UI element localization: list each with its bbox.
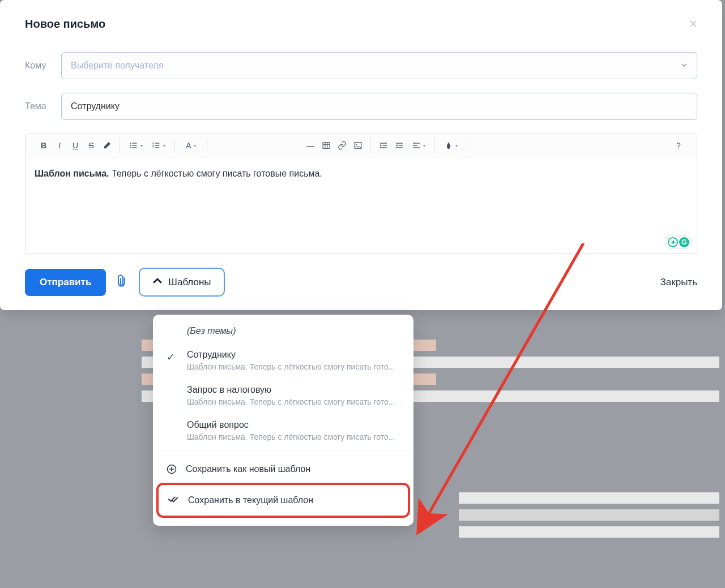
svg-rect-20 [380, 147, 387, 148]
template-subtitle: Шаблон письма. Теперь с лёгкостью смогу … [187, 362, 401, 371]
svg-rect-11 [155, 147, 159, 148]
editor-text-bold: Шаблон письма. [35, 169, 109, 178]
modal-title: Новое письмо [25, 18, 105, 31]
compose-modal: Новое письмо × Кому Тема B I U S [0, 0, 722, 310]
svg-rect-21 [396, 143, 403, 143]
grammarly-add-icon: ✦ [668, 237, 678, 247]
image-icon[interactable] [350, 138, 366, 153]
templates-label: Шаблоны [168, 277, 211, 288]
svg-rect-23 [396, 147, 403, 148]
chevron-down-icon [681, 62, 688, 70]
subject-input[interactable] [71, 101, 688, 111]
svg-text:3: 3 [152, 146, 154, 149]
template-item-zapros[interactable]: Запрос в налоговую Шаблон письма. Теперь… [153, 378, 413, 413]
svg-point-0 [130, 143, 131, 144]
svg-rect-18 [380, 143, 387, 143]
chevron-up-icon [152, 276, 163, 289]
template-subtitle: Шаблон письма. Теперь с лёгкостью смогу … [187, 397, 401, 406]
check-icon: ✓ [167, 351, 175, 363]
help-icon[interactable]: ? [671, 138, 686, 153]
svg-point-4 [130, 147, 131, 148]
svg-rect-7 [155, 143, 159, 143]
template-item-no-subject[interactable]: (Без темы) [153, 319, 413, 343]
save-to-current-template[interactable]: Сохранить в текущий шаблон [156, 483, 410, 518]
svg-rect-22 [399, 145, 403, 145]
table-icon[interactable] [318, 138, 334, 153]
template-subtitle: Шаблон письма. Теперь с лёгкостью смогу … [187, 432, 401, 441]
save-new-label: Сохранить как новый шаблон [186, 464, 310, 474]
send-button[interactable]: Отправить [25, 269, 106, 296]
subject-field[interactable] [61, 93, 697, 120]
unordered-list-icon[interactable]: ▾ [125, 138, 147, 153]
grammarly-widget[interactable]: ✦ G [665, 235, 692, 249]
link-icon[interactable] [334, 138, 350, 153]
modal-footer: Отправить Шаблоны Закрыть [25, 268, 697, 297]
template-item-sotrudniku[interactable]: ✓ Сотруднику Шаблон письма. Теперь с лёг… [153, 343, 413, 378]
underline-icon[interactable]: U [67, 138, 83, 153]
close-icon[interactable]: × [689, 16, 697, 32]
align-icon[interactable]: ▾ [407, 138, 430, 153]
template-title: Общий вопрос [187, 420, 401, 430]
outdent-icon[interactable] [391, 138, 407, 153]
template-item-obshiy[interactable]: Общий вопрос Шаблон письма. Теперь с лёг… [153, 413, 413, 448]
templates-dropdown: (Без темы) ✓ Сотруднику Шаблон письма. Т… [153, 315, 413, 526]
svg-rect-9 [155, 145, 159, 145]
svg-rect-25 [413, 145, 417, 145]
svg-rect-5 [132, 147, 137, 148]
rich-text-editor: B I U S ▾ 123 ▾ A▾ [25, 134, 697, 254]
horizontal-rule-icon[interactable]: — [302, 138, 318, 153]
subject-label: Тема [25, 101, 54, 111]
svg-point-17 [356, 144, 357, 145]
bold-icon[interactable]: B [36, 138, 52, 153]
template-title: Сотруднику [187, 350, 401, 360]
editor-toolbar: B I U S ▾ 123 ▾ A▾ [25, 134, 697, 157]
template-title: (Без темы) [187, 326, 401, 336]
bg-stripe [459, 509, 719, 521]
editor-content[interactable]: Шаблон письма. Теперь с лёгкостью смогу … [25, 157, 697, 254]
bg-stripe [459, 526, 719, 538]
attachment-icon[interactable] [113, 272, 133, 292]
save-current-label: Сохранить в текущий шаблон [188, 495, 313, 505]
template-title: Запрос в налоговую [187, 385, 401, 395]
plus-circle-icon [165, 463, 178, 475]
recipient-select[interactable] [61, 52, 697, 79]
svg-rect-1 [132, 143, 137, 143]
double-check-icon [168, 493, 180, 508]
svg-rect-19 [383, 145, 387, 145]
recipient-input[interactable] [71, 61, 681, 71]
svg-rect-3 [132, 145, 137, 145]
font-color-icon[interactable]: A▾ [180, 138, 202, 153]
save-as-new-template[interactable]: Сохранить как новый шаблон [153, 456, 413, 483]
svg-rect-26 [413, 147, 420, 148]
dropdown-divider [153, 452, 413, 452]
subject-row: Тема [25, 93, 697, 120]
editor-text: Теперь с лёгкостью смогу писать готовые … [109, 169, 322, 178]
close-button[interactable]: Закрыть [660, 277, 697, 288]
strikethrough-icon[interactable]: S [83, 138, 99, 153]
indent-icon[interactable] [376, 138, 391, 153]
templates-button[interactable]: Шаблоны [139, 268, 224, 297]
bg-stripe [459, 492, 719, 504]
grammarly-logo-icon: G [679, 237, 689, 247]
svg-rect-12 [323, 143, 330, 149]
svg-point-2 [130, 145, 131, 146]
eraser-icon[interactable] [99, 138, 115, 153]
highlight-color-icon[interactable]: ▾ [440, 138, 462, 153]
svg-rect-24 [413, 143, 420, 143]
ordered-list-icon[interactable]: 123 ▾ [147, 138, 170, 153]
modal-header: Новое письмо × [25, 16, 697, 32]
recipient-label: Кому [25, 61, 54, 71]
recipient-row: Кому [25, 52, 697, 79]
italic-icon[interactable]: I [52, 138, 67, 153]
